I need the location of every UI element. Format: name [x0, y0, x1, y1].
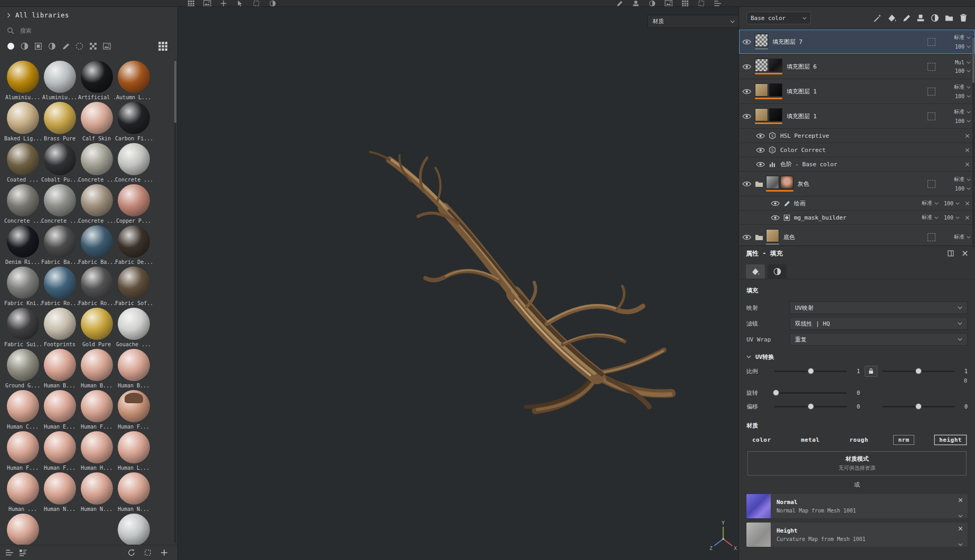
remove-sublayer-button[interactable]	[965, 201, 970, 206]
channel-button-height[interactable]: height	[934, 435, 967, 445]
list-icon[interactable]	[5, 549, 14, 556]
chevron-down-icon[interactable]	[958, 512, 963, 515]
plus-icon[interactable]	[220, 0, 228, 7]
material-item[interactable]: Fabric Ba...	[78, 225, 115, 267]
sphere-half-icon[interactable]	[21, 42, 29, 50]
mask-slot-icon[interactable]	[927, 63, 935, 71]
search-input[interactable]	[19, 27, 171, 35]
opacity-select[interactable]: 100	[944, 215, 960, 221]
layer-row-fill[interactable]: 填充图层 1标准100	[739, 104, 975, 129]
blend-mode-select[interactable]: 标准	[922, 200, 939, 207]
layer-thumbnails[interactable]	[755, 34, 768, 50]
blend-mode-select[interactable]: 标准	[954, 108, 971, 116]
slider-knob[interactable]	[808, 403, 814, 410]
model-driftwood-branch[interactable]	[299, 148, 697, 445]
image-icon[interactable]	[203, 0, 211, 7]
material-item[interactable]: Human N...	[78, 472, 115, 514]
map-card-height[interactable]: HeightCurvature Map from Mesh 1001	[746, 523, 968, 547]
material-item[interactable]: Concrete ...	[4, 184, 41, 225]
blend-mode-select[interactable]: 标准	[954, 34, 971, 41]
mask-slot-icon[interactable]	[927, 38, 935, 46]
opacity-select[interactable]: 100	[955, 186, 971, 192]
slider-knob[interactable]	[915, 368, 922, 374]
stamp-icon[interactable]	[916, 14, 925, 22]
opacity-select[interactable]: 100	[944, 201, 960, 206]
material-item[interactable]: Human N...	[115, 472, 152, 514]
blend-mode-select[interactable]: 标准	[954, 176, 971, 183]
material-item[interactable]: Baked Lig...	[4, 102, 41, 143]
mapping-select[interactable]: UV映射	[790, 301, 968, 314]
blend-mode-select[interactable]: 标准	[954, 83, 971, 91]
eye-icon[interactable]	[742, 88, 752, 95]
eye-icon[interactable]	[756, 161, 765, 168]
material-item[interactable]: Human H...	[78, 431, 115, 472]
eye-icon[interactable]	[771, 200, 780, 207]
map-card-normal[interactable]: NormalNormal Map from Mesh 1001	[746, 494, 968, 518]
mask-slot-icon[interactable]	[927, 88, 935, 96]
material-item[interactable]: Human B...	[41, 349, 78, 390]
layer-row-folder[interactable]: 灰色标准100	[739, 172, 975, 196]
material-item[interactable]: Human C...	[4, 390, 41, 431]
remove-map-button[interactable]	[958, 497, 963, 502]
blend-mode-select[interactable]: 标准	[922, 214, 939, 221]
material-item[interactable]: Concrete ...	[78, 143, 115, 184]
layer-row-folder[interactable]: 底色标准	[739, 225, 975, 245]
eye-icon[interactable]	[756, 132, 765, 139]
scale-link-lock-button[interactable]	[865, 366, 877, 377]
remove-map-button[interactable]	[958, 526, 963, 530]
material-item[interactable]: Human F...	[115, 390, 152, 431]
remove-sublayer-button[interactable]	[965, 215, 970, 220]
layer-row-effect[interactable]: 色阶 - Base color	[739, 157, 975, 172]
channel-dropdown[interactable]: Base color	[746, 12, 811, 24]
split-circle-icon[interactable]	[48, 42, 56, 50]
eye-icon[interactable]	[742, 181, 752, 187]
layer-row-sublayer[interactable]: mg_mask_builder标准100	[739, 211, 975, 225]
mask-slot-icon[interactable]	[927, 233, 935, 241]
tab-fill-properties[interactable]	[746, 264, 765, 279]
frame-icon[interactable]	[697, 0, 705, 7]
library-scrollbar[interactable]	[174, 60, 176, 543]
square-material-icon[interactable]	[34, 42, 42, 50]
list-detail-icon[interactable]	[19, 549, 27, 556]
material-item[interactable]	[115, 514, 152, 545]
trash-icon[interactable]	[959, 14, 968, 22]
layer-row-fill[interactable]: 填充图层 1标准100	[739, 79, 975, 104]
brush-icon[interactable]	[62, 42, 70, 50]
channel-button-metal[interactable]: metal	[796, 435, 825, 445]
material-item[interactable]: Fabric Kni...	[4, 267, 41, 308]
material-item[interactable]: Aluminiu...	[4, 61, 41, 102]
sphere-filled-icon[interactable]	[7, 42, 15, 50]
layer-row-effect[interactable]: SColor Correct	[739, 143, 975, 157]
chevron-down-icon[interactable]	[958, 540, 963, 544]
eye-icon[interactable]	[756, 147, 765, 154]
material-item[interactable]: Gouache ...	[115, 308, 152, 349]
blend-mode-select[interactable]: 标准	[954, 233, 971, 241]
pencil-icon[interactable]	[902, 14, 911, 22]
close-panel-icon[interactable]	[962, 250, 968, 257]
material-item[interactable]: Human L...	[115, 431, 152, 472]
layer-thumbnails[interactable]	[766, 176, 793, 192]
opacity-select[interactable]: 100	[955, 118, 971, 124]
material-item[interactable]: Footprints	[41, 308, 78, 349]
material-item[interactable]: Human F...	[78, 390, 115, 431]
slider-knob[interactable]	[808, 368, 814, 374]
layer-row-fill[interactable]: 填充图层 6Mul100	[739, 54, 975, 79]
material-item[interactable]: Denim Ri...	[4, 225, 41, 267]
material-item[interactable]: Coated ...	[4, 143, 41, 184]
blend-mode-select[interactable]: Mul	[955, 60, 971, 65]
grid-view-icon[interactable]	[158, 41, 167, 51]
opacity-select[interactable]: 100	[955, 93, 971, 99]
opacity-select[interactable]: 100	[955, 68, 971, 74]
image-icon[interactable]	[103, 42, 111, 50]
layer-row-fill[interactable]: 填充图层 7标准100	[739, 30, 975, 54]
pattern-icon[interactable]	[89, 42, 97, 50]
offset-y-slider[interactable]	[882, 406, 954, 407]
material-item[interactable]: Fabric Sui...	[4, 308, 41, 349]
mask-slot-icon[interactable]	[927, 180, 935, 188]
material-item[interactable]: Human B...	[115, 349, 152, 390]
material-item[interactable]: Artificial ...	[78, 61, 115, 102]
remove-effect-button[interactable]	[965, 162, 970, 167]
viewport-3d[interactable]: 材质	[178, 7, 739, 560]
layer-thumbnails[interactable]	[766, 229, 779, 245]
eye-icon[interactable]	[742, 113, 752, 120]
